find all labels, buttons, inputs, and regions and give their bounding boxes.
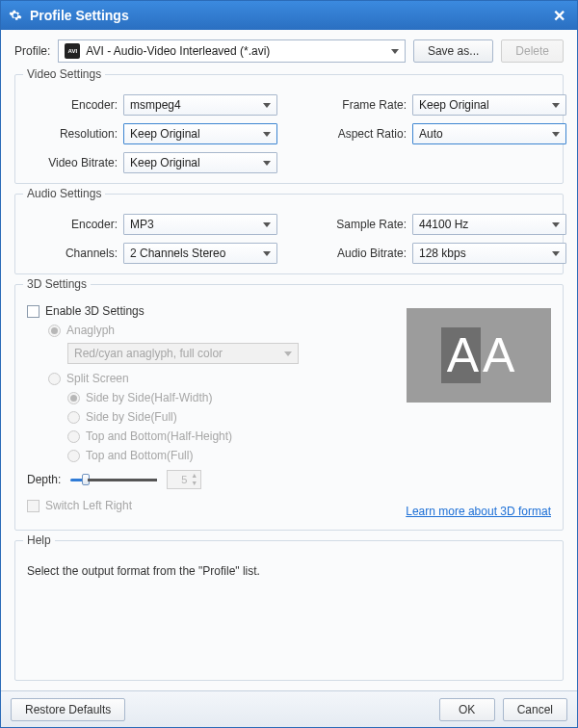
profile-dropdown[interactable]: AVI AVI - Audio-Video Interleaved (*.avi… — [58, 39, 406, 63]
chevron-down-icon — [263, 222, 271, 227]
samplerate-select[interactable]: 44100 Hz — [412, 214, 566, 235]
footer-bar: Restore Defaults OK Cancel — [1, 690, 577, 727]
audio-encoder-label: Encoder: — [27, 218, 123, 231]
preview-text: AA — [441, 327, 517, 383]
split-screen-label: Split Screen — [66, 372, 129, 385]
switch-lr-checkbox — [27, 500, 39, 512]
framerate-select[interactable]: Keep Original — [412, 94, 566, 116]
close-icon[interactable]: ✕ — [549, 7, 569, 25]
profile-value: AVI - Audio-Video Interleaved (*.avi) — [86, 44, 270, 58]
slider-thumb[interactable] — [82, 474, 90, 485]
channels-select[interactable]: 2 Channels Stereo — [123, 243, 277, 264]
enable-3d-label: Enable 3D Settings — [45, 304, 144, 318]
side-full-radio — [67, 411, 80, 424]
chevron-up-icon: ▲ — [191, 472, 198, 480]
chevron-down-icon: ▼ — [191, 480, 198, 487]
depth-slider[interactable] — [70, 473, 157, 486]
window-title: Profile Settings — [30, 8, 129, 23]
audio-bitrate-label: Audio Bitrate: — [326, 247, 412, 260]
chevron-down-icon — [552, 132, 560, 137]
title-bar: Profile Settings ✕ — [1, 1, 577, 30]
anaglyph-row: Anaglyph — [27, 324, 394, 337]
side-half-radio — [67, 392, 80, 404]
profile-label: Profile: — [14, 44, 50, 58]
3d-settings-group: 3D Settings Enable 3D Settings Anaglyph … — [14, 284, 564, 531]
chevron-down-icon — [263, 103, 271, 108]
chevron-down-icon — [391, 49, 399, 54]
top-full-radio — [67, 450, 80, 462]
framerate-label: Frame Rate: — [326, 98, 412, 112]
split-screen-radio — [48, 373, 61, 385]
gear-icon — [9, 9, 22, 22]
depth-row: Depth: 5 ▲ ▼ — [27, 470, 394, 489]
aspect-select[interactable]: Auto — [412, 123, 566, 144]
3d-preview: AA — [407, 308, 551, 403]
help-text: Select the output format from the "Profi… — [27, 560, 551, 595]
top-full-row: Top and Bottom(Full) — [27, 449, 394, 462]
restore-defaults-button[interactable]: Restore Defaults — [11, 698, 125, 721]
depth-spinner: 5 ▲ ▼ — [167, 470, 201, 489]
enable-3d-checkbox[interactable] — [27, 305, 39, 318]
chevron-down-icon — [552, 103, 560, 108]
video-encoder-select[interactable]: msmpeg4 — [123, 94, 277, 116]
anaglyph-radio — [48, 325, 61, 337]
help-group: Help Select the output format from the "… — [14, 540, 564, 681]
3d-legend: 3D Settings — [23, 277, 91, 291]
content-area: Profile: AVI AVI - Audio-Video Interleav… — [1, 30, 577, 690]
channels-label: Channels: — [27, 247, 123, 260]
save-as-button[interactable]: Save as... — [413, 39, 493, 63]
depth-label: Depth: — [27, 473, 61, 486]
video-bitrate-label: Video Bitrate: — [27, 156, 123, 169]
chevron-down-icon — [263, 161, 271, 166]
profile-settings-window: Profile Settings ✕ Profile: AVI AVI - Au… — [0, 0, 578, 728]
delete-button: Delete — [501, 39, 564, 63]
learn-more-link[interactable]: Learn more about 3D format — [406, 505, 551, 518]
top-half-row: Top and Bottom(Half-Height) — [27, 429, 394, 443]
video-bitrate-select[interactable]: Keep Original — [123, 152, 277, 173]
audio-bitrate-select[interactable]: 128 kbps — [412, 243, 566, 264]
side-full-row: Side by Side(Full) — [27, 410, 394, 424]
chevron-down-icon — [552, 251, 560, 256]
video-settings-group: Video Settings Encoder: msmpeg4 Frame Ra… — [14, 74, 564, 184]
split-screen-row: Split Screen — [27, 372, 394, 385]
samplerate-label: Sample Rate: — [326, 218, 412, 231]
chevron-down-icon — [263, 132, 271, 137]
cancel-button[interactable]: Cancel — [503, 698, 567, 721]
chevron-down-icon — [552, 222, 560, 227]
switch-lr-label: Switch Left Right — [45, 499, 132, 512]
chevron-down-icon — [263, 251, 271, 256]
anaglyph-label: Anaglyph — [66, 324, 115, 337]
switch-lr-row: Switch Left Right — [27, 499, 394, 512]
top-half-radio — [67, 430, 80, 443]
side-half-row: Side by Side(Half-Width) — [27, 391, 394, 404]
resolution-select[interactable]: Keep Original — [123, 123, 277, 144]
audio-legend: Audio Settings — [23, 187, 105, 200]
audio-encoder-select[interactable]: MP3 — [123, 214, 277, 235]
audio-settings-group: Audio Settings Encoder: MP3 Sample Rate:… — [14, 194, 564, 274]
ok-button[interactable]: OK — [439, 698, 495, 721]
help-legend: Help — [23, 533, 55, 547]
video-encoder-label: Encoder: — [27, 98, 123, 112]
chevron-down-icon — [284, 351, 292, 356]
avi-file-icon: AVI — [65, 43, 80, 59]
resolution-label: Resolution: — [27, 127, 123, 141]
profile-row: Profile: AVI AVI - Audio-Video Interleav… — [14, 39, 564, 63]
video-legend: Video Settings — [23, 67, 105, 81]
enable-3d-row[interactable]: Enable 3D Settings — [27, 304, 394, 318]
anaglyph-mode-select: Red/cyan anaglyph, full color — [67, 343, 299, 364]
aspect-label: Aspect Ratio: — [326, 127, 412, 141]
